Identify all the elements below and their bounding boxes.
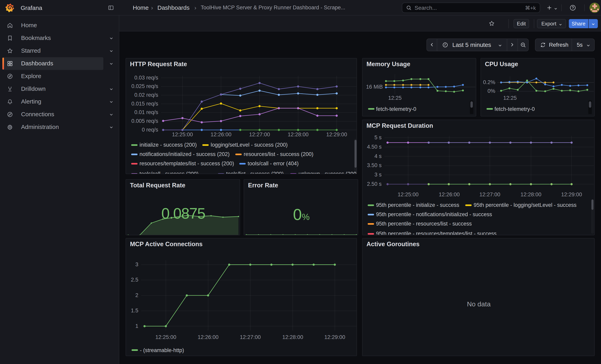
svg-text:12:26:00: 12:26:00	[210, 132, 231, 138]
svg-text:12:25:00: 12:25:00	[172, 132, 193, 138]
svg-text:12:26:00: 12:26:00	[198, 334, 218, 340]
svg-text:0.025 req/s: 0.025 req/s	[131, 83, 158, 89]
svg-text:0 req/s: 0 req/s	[142, 127, 158, 133]
svg-text:3: 3	[135, 261, 138, 267]
svg-text:12:25: 12:25	[503, 95, 517, 101]
svg-text:2.5: 2.5	[131, 277, 138, 283]
svg-text:16 MiB: 16 MiB	[366, 84, 383, 90]
svg-text:1: 1	[135, 323, 138, 329]
svg-text:0.005 req/s: 0.005 req/s	[131, 118, 158, 124]
svg-text:2.50 s: 2.50 s	[367, 181, 381, 187]
svg-text:12:27:00: 12:27:00	[240, 334, 261, 340]
svg-text:12:25:00: 12:25:00	[398, 192, 419, 197]
svg-text:0.2%: 0.2%	[483, 79, 495, 85]
svg-text:12:28:00: 12:28:00	[521, 192, 541, 197]
svg-text:0.02 req/s: 0.02 req/s	[134, 92, 158, 98]
svg-text:0.01 req/s: 0.01 req/s	[134, 109, 158, 115]
svg-text:12:26:00: 12:26:00	[439, 192, 460, 197]
svg-text:4 s: 4 s	[374, 153, 381, 159]
svg-text:0%: 0%	[488, 88, 495, 94]
svg-text:4.50 s: 4.50 s	[367, 144, 381, 150]
svg-text:0.03 req/s: 0.03 req/s	[134, 75, 158, 81]
svg-text:2: 2	[135, 292, 138, 298]
svg-text:12:29:00: 12:29:00	[326, 132, 347, 138]
svg-text:12:29:00: 12:29:00	[561, 192, 582, 197]
svg-text:12:25:00: 12:25:00	[155, 334, 176, 340]
svg-text:12:29:00: 12:29:00	[324, 334, 345, 340]
svg-text:12:25: 12:25	[388, 95, 402, 101]
svg-text:5 s: 5 s	[374, 135, 381, 140]
svg-text:12:27:00: 12:27:00	[479, 192, 500, 197]
svg-text:3 s: 3 s	[374, 172, 381, 178]
svg-text:3.50 s: 3.50 s	[367, 162, 381, 168]
svg-text:12:28:00: 12:28:00	[288, 132, 309, 138]
svg-text:12:28:00: 12:28:00	[282, 334, 303, 340]
svg-text:0.015 req/s: 0.015 req/s	[131, 101, 158, 107]
svg-text:1.5: 1.5	[131, 308, 138, 314]
svg-text:12:27:00: 12:27:00	[249, 132, 270, 138]
